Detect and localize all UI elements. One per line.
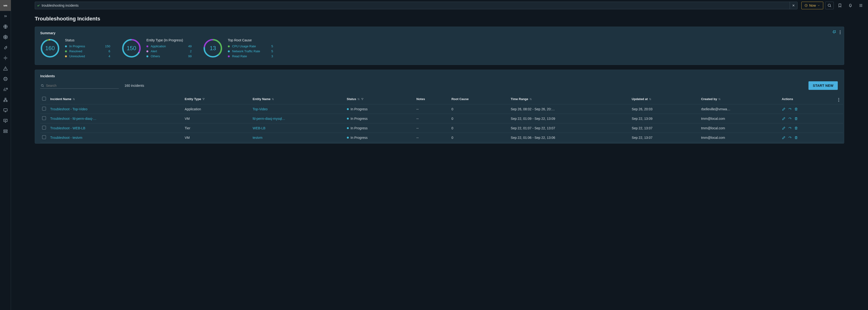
- edit-icon[interactable]: [782, 117, 786, 120]
- monitor-icon[interactable]: [0, 105, 11, 115]
- hierarchy-icon[interactable]: [0, 95, 11, 105]
- search-button[interactable]: [825, 2, 834, 9]
- edit-icon[interactable]: [782, 126, 786, 130]
- menu-icon[interactable]: [857, 2, 865, 9]
- select-all-checkbox[interactable]: [42, 97, 46, 101]
- entity-type-cell: VM: [183, 114, 251, 124]
- expand-sidebar-icon[interactable]: [0, 11, 11, 22]
- svg-point-2: [4, 77, 7, 81]
- edit-icon[interactable]: [782, 136, 786, 140]
- sort-icon[interactable]: [649, 98, 652, 101]
- filter-icon[interactable]: [202, 98, 205, 101]
- entity-name-link[interactable]: fd-perm-diasj-mysql…: [253, 117, 285, 120]
- global-search[interactable]: [35, 2, 798, 9]
- sort-icon[interactable]: [357, 98, 360, 101]
- time-range-cell: Sep 22, 01:09 - Sep 22, 13:09: [509, 114, 630, 124]
- global-search-input[interactable]: [42, 4, 790, 7]
- presentation-icon[interactable]: [0, 115, 11, 126]
- donut-chart: 13: [203, 38, 223, 58]
- row-checkbox[interactable]: [42, 126, 46, 130]
- clear-search-icon[interactable]: [790, 2, 797, 9]
- incident-name-link[interactable]: Troubleshoot - testvm: [50, 136, 82, 140]
- edit-icon[interactable]: [782, 107, 786, 111]
- target-icon[interactable]: [0, 53, 11, 63]
- sort-icon[interactable]: [271, 98, 274, 101]
- clock-icon: [804, 4, 808, 7]
- entity-type-cell: VM: [183, 133, 251, 142]
- incident-name-link[interactable]: Troubleshoot - fd-perm-diasj-…: [50, 117, 96, 120]
- column-settings-icon[interactable]: [838, 98, 839, 102]
- storage-icon[interactable]: [0, 126, 11, 136]
- share-icon[interactable]: [788, 117, 792, 120]
- incidents-search[interactable]: [40, 83, 119, 89]
- svg-point-1: [4, 57, 6, 59]
- legend-block: Entity Type (In Progress) Application 49…: [147, 38, 192, 58]
- cube-icon[interactable]: [0, 32, 11, 42]
- legend-row[interactable]: Alert 2: [147, 49, 192, 53]
- legend-dot: [228, 45, 230, 47]
- row-checkbox[interactable]: [42, 107, 46, 110]
- entity-name-link[interactable]: WEB-LB: [253, 126, 266, 130]
- bookmark-icon[interactable]: [836, 2, 844, 9]
- card-menu-icon[interactable]: [840, 30, 841, 34]
- donut-center-value: 150: [122, 38, 141, 58]
- alert-icon[interactable]: [0, 63, 11, 74]
- col-status: Status: [345, 94, 415, 104]
- entity-name-link[interactable]: Top-Video: [253, 107, 268, 111]
- legend-row[interactable]: In Progress 150: [65, 44, 110, 48]
- time-range-button[interactable]: Now: [801, 2, 823, 9]
- legend-dot: [228, 56, 230, 57]
- incident-name-link[interactable]: Troubleshoot - Top-Video: [50, 107, 87, 111]
- legend-row[interactable]: Unresolved 4: [65, 55, 110, 58]
- entity-type-cell: Tier: [183, 124, 251, 133]
- bell-icon[interactable]: [846, 2, 855, 9]
- legend-title: Top Root Cause: [228, 38, 273, 42]
- table-row: Troubleshoot - fd-perm-diasj-… VM fd-per…: [40, 114, 843, 124]
- tools-icon[interactable]: [0, 42, 11, 53]
- legend-row[interactable]: Read Rate 3: [228, 55, 273, 58]
- legend-value: 3: [267, 55, 273, 58]
- sort-icon[interactable]: [529, 98, 532, 101]
- share-icon[interactable]: [788, 107, 792, 111]
- sort-icon[interactable]: [718, 98, 721, 101]
- share-icon[interactable]: [788, 136, 792, 140]
- incidents-search-input[interactable]: [46, 84, 118, 88]
- status-cell: In Progress: [347, 136, 413, 140]
- legend-block: Top Root Cause CPU Usage Rate 5 Network …: [228, 38, 273, 58]
- start-new-button[interactable]: START NEW: [808, 81, 838, 90]
- summary-card: Summary 160 Status In Progress 150 Resol…: [35, 27, 844, 65]
- row-actions: [782, 126, 834, 130]
- sort-icon[interactable]: [72, 98, 75, 101]
- row-checkbox[interactable]: [42, 135, 46, 139]
- time-range-cell: Sep 26, 08:02 - Sep 26, 20:…: [509, 104, 630, 114]
- globe-icon[interactable]: [0, 22, 11, 32]
- chart-search-icon[interactable]: [0, 84, 11, 95]
- updated-cell: Sep 22, 13:09: [630, 114, 699, 124]
- legend-row[interactable]: Application 49: [147, 44, 192, 48]
- legend-row[interactable]: CPU Usage Rate 5: [228, 44, 273, 48]
- row-checkbox[interactable]: [42, 116, 46, 120]
- legend-row[interactable]: Network Traffic Rate 5: [228, 49, 273, 53]
- left-sidebar: vm: [0, 0, 11, 310]
- donut-center-value: 13: [203, 38, 223, 58]
- delete-icon[interactable]: [794, 117, 798, 120]
- network-icon[interactable]: [0, 74, 11, 84]
- delete-icon[interactable]: [794, 126, 798, 130]
- incidents-title: Incidents: [40, 74, 843, 78]
- delete-icon[interactable]: [794, 136, 798, 140]
- search-icon: [41, 84, 44, 87]
- root-cause-cell: 0: [450, 133, 509, 142]
- filter-icon[interactable]: [361, 98, 364, 101]
- legend-row[interactable]: Others 99: [147, 55, 192, 58]
- pin-icon[interactable]: [832, 30, 836, 35]
- legend-block: Status In Progress 150 Resolved 6 Unreso…: [65, 38, 110, 58]
- incident-name-link[interactable]: Troubleshoot - WEB-LB: [50, 126, 85, 130]
- share-icon[interactable]: [788, 126, 792, 130]
- status-dot: [347, 108, 349, 110]
- entity-name-link[interactable]: testvm: [253, 136, 262, 140]
- delete-icon[interactable]: [794, 107, 798, 111]
- svg-rect-5: [4, 101, 5, 102]
- legend-value: 5: [267, 44, 273, 48]
- col-entity-name: Entity Name: [251, 94, 345, 104]
- legend-row[interactable]: Resolved 6: [65, 49, 110, 53]
